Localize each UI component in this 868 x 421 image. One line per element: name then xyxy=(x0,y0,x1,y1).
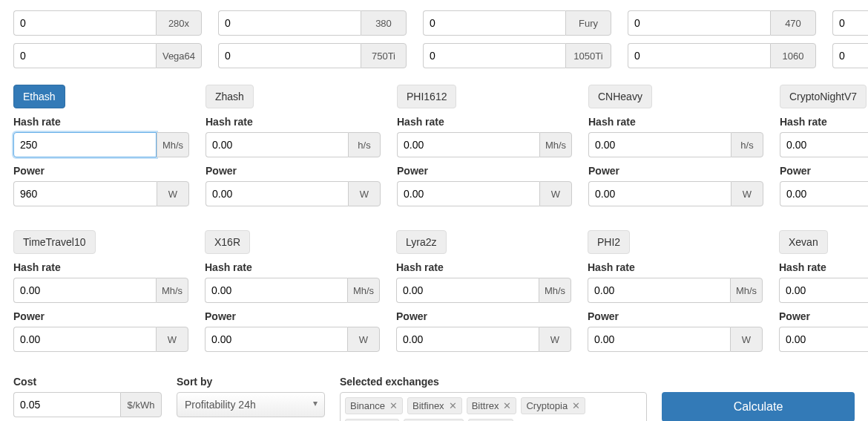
exchange-tag[interactable]: Bittrex✕ xyxy=(467,397,517,414)
hashrate-input[interactable]: 0.00 xyxy=(780,132,868,157)
power-input-group: 0.00W xyxy=(396,327,571,352)
hashrate-input[interactable]: 0.00 xyxy=(206,132,348,157)
power-input[interactable]: 0.00 xyxy=(397,181,539,206)
algo-button[interactable]: Xevan xyxy=(779,230,828,254)
power-input-group: 0.00W xyxy=(780,181,868,206)
gpu-count-input[interactable]: 0 xyxy=(218,10,361,36)
gpu-count-input[interactable]: 0 xyxy=(628,43,770,68)
algo-button[interactable]: Zhash xyxy=(206,85,254,108)
hashrate-unit: h/s xyxy=(348,132,381,157)
gpu-count-input[interactable]: 0 xyxy=(13,43,156,68)
algo-block: X16RHash rate0.00Mh/sPower0.00W xyxy=(205,230,380,359)
calculate-button[interactable]: Calculate xyxy=(662,392,855,421)
power-label: Power xyxy=(13,165,189,177)
hashrate-unit: h/s xyxy=(731,132,763,157)
power-label: Power xyxy=(780,165,868,177)
exchange-tag-label: Bittrex xyxy=(472,400,499,411)
gpu-cell: 01060 xyxy=(628,43,816,68)
hashrate-input[interactable]: 0.00 xyxy=(588,132,731,157)
algo-button[interactable]: CNHeavy xyxy=(588,85,652,108)
power-input-group: 0.00W xyxy=(588,327,763,352)
hashrate-input[interactable]: 0.00 xyxy=(13,278,156,303)
algo-button[interactable]: X16R xyxy=(205,230,250,254)
power-input[interactable]: 0.00 xyxy=(588,181,731,206)
hashrate-input[interactable]: 250 xyxy=(13,132,157,157)
hashrate-input[interactable]: 0.00 xyxy=(588,278,730,303)
sort-by-select-wrap: Profitability 24h xyxy=(177,392,325,417)
hashrate-label: Hash rate xyxy=(205,261,380,273)
algo-button[interactable]: PHI2 xyxy=(588,230,630,254)
sort-by-label: Sort by xyxy=(177,376,325,388)
gpu-model-label: Vega64 xyxy=(156,43,202,68)
algo-button[interactable]: PHI1612 xyxy=(397,85,456,108)
gpu-grid: 0280x03800Fury04700480057005800Vega560Ve… xyxy=(13,10,855,68)
exchanges-tags-box[interactable]: Binance✕Bitfinex✕Bittrex✕Cryptopia✕HitBT… xyxy=(340,392,647,421)
close-icon[interactable]: ✕ xyxy=(389,400,398,411)
exchange-tag[interactable]: Cryptopia✕ xyxy=(521,397,585,414)
gpu-cell: 0Fury xyxy=(423,10,611,36)
power-input[interactable]: 0.00 xyxy=(206,181,348,206)
gpu-model-label: 470 xyxy=(770,10,816,36)
gpu-model-label: 280x xyxy=(156,10,202,36)
algo-block: XevanHash rate0.00Mh/sPower0.00W xyxy=(779,230,868,359)
exchange-tag[interactable]: Bitfinex✕ xyxy=(407,397,462,414)
algo-block: TimeTravel10Hash rate0.00Mh/sPower0.00W xyxy=(13,230,188,359)
algo-button[interactable]: Ethash xyxy=(13,85,65,108)
gpu-cell: 0380 xyxy=(218,10,407,36)
power-label: Power xyxy=(13,310,188,322)
hashrate-input-group: 0.00Mh/s xyxy=(588,278,763,303)
hashrate-input-group: 0.00Mh/s xyxy=(13,278,188,303)
close-icon[interactable]: ✕ xyxy=(503,400,511,411)
hashrate-input[interactable]: 0.00 xyxy=(205,278,347,303)
hashrate-unit: Mh/s xyxy=(539,278,571,303)
gpu-count-input[interactable]: 0 xyxy=(832,10,868,36)
sort-by-select[interactable]: Profitability 24h xyxy=(177,392,325,417)
power-input[interactable]: 0.00 xyxy=(780,181,868,206)
gpu-count-input[interactable]: 0 xyxy=(218,43,361,68)
hashrate-input[interactable]: 0.00 xyxy=(779,278,868,303)
hashrate-input-group: 0.00h/s xyxy=(588,132,763,157)
cost-input[interactable] xyxy=(13,392,120,417)
power-unit: W xyxy=(157,181,189,206)
power-input-group: 0.00W xyxy=(13,327,188,352)
power-input[interactable]: 960 xyxy=(13,181,157,206)
power-unit: W xyxy=(347,327,380,352)
power-label: Power xyxy=(779,310,868,322)
algo-button[interactable]: CryptoNightV7 xyxy=(780,85,867,108)
power-input[interactable]: 0.00 xyxy=(396,327,539,352)
gpu-count-input[interactable]: 0 xyxy=(832,43,868,68)
gpu-count-input[interactable]: 0 xyxy=(423,43,565,68)
algo-block: CryptoNightV7Hash rate0.00h/sPower0.00W xyxy=(780,85,868,214)
power-input[interactable]: 0.00 xyxy=(779,327,868,352)
power-label: Power xyxy=(397,165,572,177)
gpu-cell: 01050Ti xyxy=(423,43,611,68)
gpu-count-input[interactable]: 0 xyxy=(423,10,565,36)
power-input-group: 960W xyxy=(13,181,189,206)
power-input[interactable]: 0.00 xyxy=(588,327,730,352)
power-input[interactable]: 0.00 xyxy=(13,327,156,352)
exchange-tag-label: Bitfinex xyxy=(412,400,444,411)
gpu-cell: 0750Ti xyxy=(218,43,407,68)
hashrate-label: Hash rate xyxy=(397,116,572,128)
algo-button[interactable]: Lyra2z xyxy=(396,230,447,254)
gpu-model-label: 750Ti xyxy=(361,43,407,68)
hashrate-label: Hash rate xyxy=(206,116,381,128)
gpu-cell: 0Vega64 xyxy=(13,43,202,68)
gpu-count-input[interactable]: 0 xyxy=(628,10,770,36)
hashrate-label: Hash rate xyxy=(588,116,763,128)
hashrate-input[interactable]: 0.00 xyxy=(396,278,539,303)
algo-block: EthashHash rate250Mh/sPower960W xyxy=(13,85,189,214)
gpu-count-input[interactable]: 0 xyxy=(13,10,156,36)
power-input[interactable]: 0.00 xyxy=(205,327,347,352)
power-unit: W xyxy=(156,327,188,352)
action-buttons-col: Calculate Defaults xyxy=(662,392,855,421)
algo-button[interactable]: TimeTravel10 xyxy=(13,230,96,254)
bottom-controls: Cost $/kWh Volume filter Any volume Sort… xyxy=(13,376,855,421)
algo-block: PHI2Hash rate0.00Mh/sPower0.00W xyxy=(588,230,763,359)
close-icon[interactable]: ✕ xyxy=(449,400,457,411)
exchange-tag[interactable]: Binance✕ xyxy=(345,397,403,414)
hashrate-input[interactable]: 0.00 xyxy=(397,132,539,157)
hashrate-label: Hash rate xyxy=(779,261,868,273)
gpu-cell: 0280x xyxy=(13,10,202,36)
close-icon[interactable]: ✕ xyxy=(572,400,580,411)
